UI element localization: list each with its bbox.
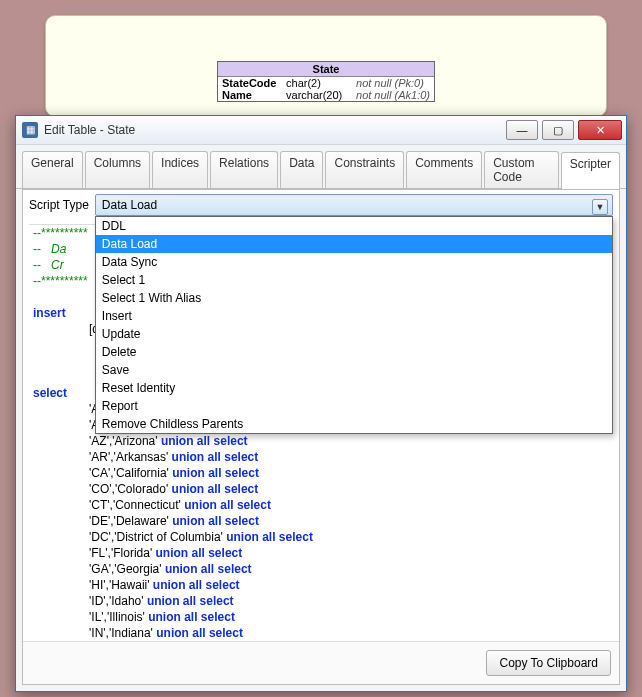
script-type-label: Script Type (29, 198, 89, 212)
dd-item-select1-alias[interactable]: Select 1 With Alias (96, 289, 612, 307)
tab-relations[interactable]: Relations (210, 151, 278, 188)
script-type-dropdown[interactable]: Data Load ▼ (95, 194, 613, 216)
minimize-button[interactable]: — (506, 120, 538, 140)
tab-data[interactable]: Data (280, 151, 323, 188)
maximize-button[interactable]: ▢ (542, 120, 574, 140)
erd-column-row: Name varchar(20) not null (Ak1:0) (218, 89, 434, 101)
script-type-selected: Data Load (102, 198, 157, 212)
erd-col-name: Name (222, 89, 286, 101)
titlebar: ▦ Edit Table - State — ▢ ✕ (16, 116, 626, 145)
tab-general[interactable]: General (22, 151, 83, 188)
scripter-pane: Script Type Data Load ▼ DDL Data Load Da… (22, 189, 620, 685)
tab-indices[interactable]: Indices (152, 151, 208, 188)
dd-item-reset-identity[interactable]: Reset Identity (96, 379, 612, 397)
tab-comments[interactable]: Comments (406, 151, 482, 188)
tab-constraints[interactable]: Constraints (325, 151, 404, 188)
erd-canvas: State StateCode char(2) not null (Pk:0) … (45, 15, 607, 117)
erd-col-type: char(2) (286, 77, 356, 89)
erd-col-name: StateCode (222, 77, 286, 89)
tab-scripter[interactable]: Scripter (561, 152, 620, 189)
app-icon: ▦ (22, 122, 38, 138)
tabstrip: General Columns Indices Relations Data C… (16, 145, 626, 189)
erd-col-flags: not null (Ak1:0) (356, 89, 430, 101)
pane-footer: Copy To Clipboard (23, 641, 619, 684)
tab-columns[interactable]: Columns (85, 151, 150, 188)
chevron-down-icon: ▼ (592, 199, 608, 215)
dd-item-update[interactable]: Update (96, 325, 612, 343)
dd-item-delete[interactable]: Delete (96, 343, 612, 361)
dd-item-ddl[interactable]: DDL (96, 217, 612, 235)
erd-table-state[interactable]: State StateCode char(2) not null (Pk:0) … (217, 61, 435, 102)
copy-to-clipboard-button[interactable]: Copy To Clipboard (486, 650, 611, 676)
dd-item-data-sync[interactable]: Data Sync (96, 253, 612, 271)
erd-col-flags: not null (Pk:0) (356, 77, 424, 89)
erd-table-title: State (218, 62, 434, 77)
dd-item-remove-childless[interactable]: Remove Childless Parents (96, 415, 612, 433)
tab-custom-code[interactable]: Custom Code (484, 151, 558, 188)
close-button[interactable]: ✕ (578, 120, 622, 140)
window-title: Edit Table - State (44, 123, 506, 137)
dd-item-report[interactable]: Report (96, 397, 612, 415)
erd-col-type: varchar(20) (286, 89, 356, 101)
edit-table-window: ▦ Edit Table - State — ▢ ✕ General Colum… (15, 115, 627, 692)
script-type-dropdown-list: DDL Data Load Data Sync Select 1 Select … (95, 216, 613, 434)
erd-column-row: StateCode char(2) not null (Pk:0) (218, 77, 434, 89)
dd-item-save[interactable]: Save (96, 361, 612, 379)
dd-item-insert[interactable]: Insert (96, 307, 612, 325)
dd-item-data-load[interactable]: Data Load (96, 235, 612, 253)
dd-item-select1[interactable]: Select 1 (96, 271, 612, 289)
